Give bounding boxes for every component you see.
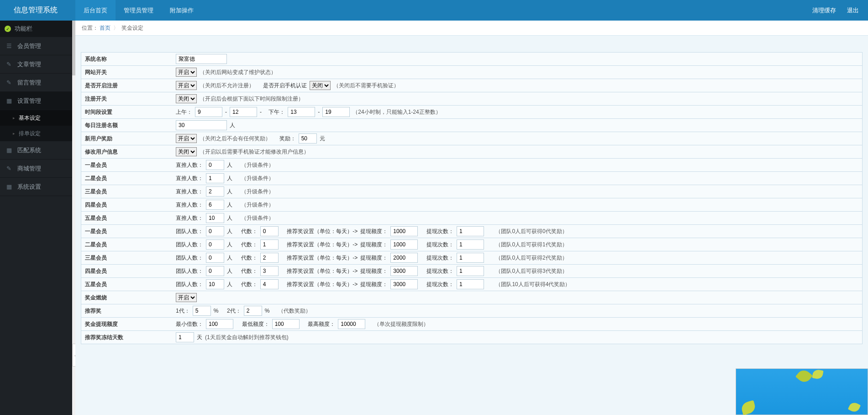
calendar-icon: ▦ bbox=[6, 147, 13, 154]
site-switch-select[interactable]: 开启 bbox=[176, 68, 197, 77]
nav-admin[interactable]: 管理员管理 bbox=[116, 0, 162, 21]
logout-button[interactable]: 退出 bbox=[842, 0, 864, 21]
am-end-input[interactable] bbox=[230, 107, 257, 117]
newuser-bonus-select[interactable]: 开启 bbox=[176, 134, 197, 143]
reg-switch-select[interactable]: 关闭 bbox=[176, 94, 197, 103]
sidebar-item-message[interactable]: ✎留言管理 bbox=[0, 74, 75, 92]
row-time-range: 时间段设置 上午： - - 下午： - （24小时制，只能输入1-24正整数） bbox=[81, 106, 862, 119]
caret-icon: ▸ bbox=[13, 131, 15, 136]
row-site-switch: 网站开关 开启 （关闭后网站变成了维护状态） bbox=[81, 66, 862, 79]
star2-team-input[interactable] bbox=[206, 239, 224, 250]
sidebar-item-article[interactable]: ✎文章管理 bbox=[0, 55, 75, 74]
sidebar-item-match[interactable]: ▦匹配系统 bbox=[0, 141, 75, 160]
star3-team-input[interactable] bbox=[206, 253, 224, 263]
sidebar-sub-basic[interactable]: ▸基本设定 bbox=[0, 110, 75, 126]
gen2-input[interactable] bbox=[244, 306, 262, 316]
row-newuser-bonus: 新用户奖励 开启 （关闭之后不会有任何奖励） 奖励： 元 bbox=[81, 132, 862, 145]
row-reg-switch: 注册开关 关闭 （开启后会根据下面以下时间段限制注册） bbox=[81, 92, 862, 106]
check-icon: ✓ bbox=[5, 26, 11, 32]
star2-gen-input[interactable] bbox=[260, 239, 279, 250]
star5-times-input[interactable] bbox=[457, 279, 484, 289]
sidebar-item-member[interactable]: ☰会员管理 bbox=[0, 37, 75, 55]
star3-gen-input[interactable] bbox=[260, 253, 279, 263]
star2-direct-input[interactable] bbox=[206, 173, 224, 183]
sidebar-item-mall[interactable]: ✎商城管理 bbox=[0, 160, 75, 178]
star3-quota-input[interactable] bbox=[390, 253, 418, 263]
sidebar-sub-order[interactable]: ▸排单设定 bbox=[0, 126, 75, 141]
star1-quota-input[interactable] bbox=[390, 226, 418, 236]
daily-quota-input[interactable] bbox=[176, 120, 227, 130]
am-start-input[interactable] bbox=[195, 107, 222, 117]
crumb-label: 位置： bbox=[82, 24, 98, 32]
star1-times-input[interactable] bbox=[457, 226, 484, 236]
edit-user-select[interactable]: 关闭 bbox=[176, 147, 197, 156]
row-referral: 推荐奖 1代：% 2代：% （代数奖励） bbox=[81, 304, 862, 318]
pm-start-input[interactable] bbox=[288, 107, 315, 117]
star2-quota-input[interactable] bbox=[390, 239, 418, 250]
bonus-amount-input[interactable] bbox=[299, 133, 317, 144]
caret-icon: ▸ bbox=[13, 116, 15, 120]
sidebar-item-system[interactable]: ▦系统设置 bbox=[0, 178, 75, 196]
row-daily-quota: 每日注册名额 人 bbox=[81, 119, 862, 132]
star4-times-input[interactable] bbox=[457, 266, 484, 276]
star1-team-input[interactable] bbox=[206, 226, 224, 236]
main-content: 位置： 首页 〉 奖金设定 系统名称 网站开关 开启 （关闭后网站变成了维护状态… bbox=[75, 21, 868, 415]
system-name-input[interactable] bbox=[176, 54, 227, 64]
max-amount-input[interactable] bbox=[338, 319, 365, 329]
breadcrumb: 位置： 首页 〉 奖金设定 bbox=[75, 21, 868, 36]
star5-gen-input[interactable] bbox=[260, 279, 279, 289]
reg-enable-select[interactable]: 开启 bbox=[176, 81, 197, 90]
sidebar-title: 功能栏 bbox=[15, 25, 32, 33]
top-right: 清理缓存 退出 bbox=[807, 0, 868, 21]
row-edit-user: 修改用户信息 关闭 （开启以后需要手机验证才能修改用户信息） bbox=[81, 145, 862, 159]
leaf-icon bbox=[740, 400, 757, 415]
freeze-days-input[interactable] bbox=[176, 332, 194, 342]
edit-icon: ✎ bbox=[6, 165, 13, 172]
row-star4-direct: 四星会员 直推人数：人 （升级条件） bbox=[81, 198, 862, 212]
star4-gen-input[interactable] bbox=[260, 266, 279, 276]
row-star1-direct: 一星会员 直推人数：人 （升级条件） bbox=[81, 159, 862, 172]
calendar-icon: ▦ bbox=[6, 183, 13, 190]
star3-direct-input[interactable] bbox=[206, 186, 224, 197]
star4-team-input[interactable] bbox=[206, 266, 224, 276]
phone-auth-select[interactable]: 关闭 bbox=[310, 81, 331, 90]
row-star1-team: 一星会员团队人数：人 代数： 推荐奖设置（单位：每天）->提现额度： 提现次数：… bbox=[81, 225, 862, 238]
sidebar-item-settings[interactable]: ▦设置管理 bbox=[0, 92, 75, 110]
edit-icon: ✎ bbox=[6, 61, 13, 68]
star4-direct-input[interactable] bbox=[206, 200, 224, 210]
min-multiple-input[interactable] bbox=[206, 319, 233, 329]
clear-cache-button[interactable]: 清理缓存 bbox=[807, 0, 842, 21]
star2-times-input[interactable] bbox=[457, 239, 484, 250]
row-star5-direct: 五星会员 直推人数：人 （升级条件） bbox=[81, 212, 862, 225]
star1-direct-input[interactable] bbox=[206, 160, 224, 170]
calendar-icon: ▦ bbox=[6, 97, 13, 104]
nav-home[interactable]: 后台首页 bbox=[75, 0, 116, 21]
top-bar: 信息管理系统 后台首页 管理员管理 附加操作 清理缓存 退出 bbox=[0, 0, 868, 21]
leaf-icon bbox=[848, 401, 861, 413]
row-burn: 奖金燃烧 开启 bbox=[81, 291, 862, 304]
star1-gen-input[interactable] bbox=[260, 226, 279, 236]
star3-times-input[interactable] bbox=[457, 253, 484, 263]
min-amount-input[interactable] bbox=[272, 319, 300, 329]
list-icon: ☰ bbox=[6, 43, 13, 49]
star4-quota-input[interactable] bbox=[390, 266, 418, 276]
burn-select[interactable]: 开启 bbox=[176, 293, 197, 302]
gen1-input[interactable] bbox=[193, 306, 211, 316]
edit-icon: ✎ bbox=[6, 79, 13, 86]
crumb-sep: 〉 bbox=[113, 24, 119, 32]
pm-end-input[interactable] bbox=[322, 107, 350, 117]
row-star4-team: 四星会员团队人数：人 代数： 推荐奖设置（单位：每天）->提现额度： 提现次数：… bbox=[81, 265, 862, 278]
leaf-icon bbox=[795, 367, 813, 385]
settings-form: 系统名称 网站开关 开启 （关闭后网站变成了维护状态） 是否开启注册 开启 （关… bbox=[81, 52, 863, 344]
row-star2-direct: 二星会员 直推人数：人 （升级条件） bbox=[81, 172, 862, 185]
floating-ad-widget[interactable] bbox=[736, 368, 868, 415]
leaf-icon bbox=[812, 369, 823, 380]
nav-extra[interactable]: 附加操作 bbox=[162, 0, 202, 21]
star5-direct-input[interactable] bbox=[206, 213, 224, 223]
row-withdraw-limit: 奖金提现额度 最小倍数： 最低额度： 最高额度： （单次提现额度限制） bbox=[81, 318, 862, 331]
sidebar-scrollbar-thumb[interactable] bbox=[72, 21, 75, 75]
row-star3-direct: 三星会员 直推人数：人 （升级条件） bbox=[81, 185, 862, 198]
star5-team-input[interactable] bbox=[206, 279, 224, 289]
star5-quota-input[interactable] bbox=[390, 279, 418, 289]
crumb-home-link[interactable]: 首页 bbox=[100, 24, 110, 32]
